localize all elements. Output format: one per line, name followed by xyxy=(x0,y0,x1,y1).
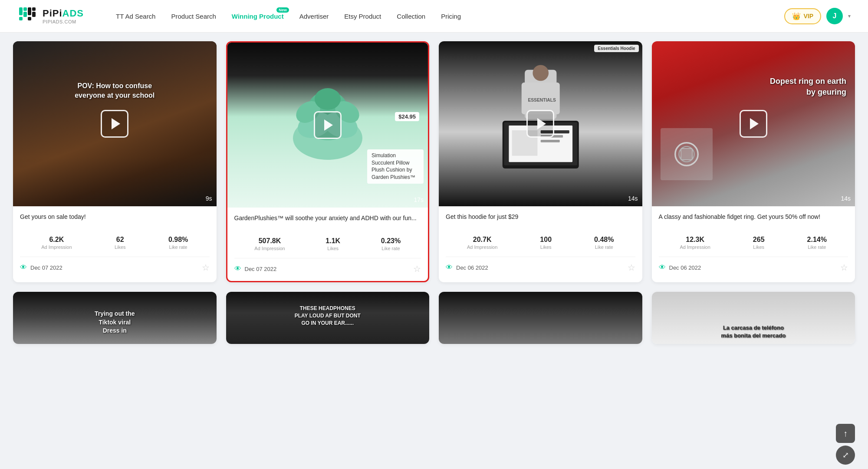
svg-rect-3 xyxy=(23,12,27,17)
card-thumbnail-b3[interactable] xyxy=(439,292,642,344)
card-thumbnail-3[interactable]: ESSENTIALS Essentials Hoodie 14s xyxy=(439,41,642,206)
header: PiPiADS PIPIADS.COM TT Ad Search Product… xyxy=(0,0,868,33)
eye-icon-3: 👁 xyxy=(446,264,453,271)
nav-winning-product[interactable]: Winning Product New xyxy=(226,9,290,23)
play-triangle-icon-4 xyxy=(750,118,759,129)
user-avatar[interactable]: J xyxy=(826,8,843,24)
date-4: Dec 06 2022 xyxy=(669,264,701,271)
headphones-caption: THESE HEADPHONESPLAY LOUD AF BUT DONTGO … xyxy=(236,305,419,327)
like-rate-label-2: Like rate xyxy=(381,246,401,251)
ad-impression-label-2: Ad Impression xyxy=(254,246,285,251)
svg-point-15 xyxy=(315,88,341,110)
product-label-2: Simulation Succulent Pillow Plush Cushio… xyxy=(367,149,424,184)
like-rate-value-4: 2.14% xyxy=(807,236,827,244)
like-rate-value-3: 0.48% xyxy=(594,236,614,244)
card-title-4: A classy and fashionable fidget ring. Ge… xyxy=(659,212,848,231)
ad-card-4: Dopest ring on earthby geuring 14s A cla… xyxy=(652,41,855,282)
ad-impression-value-4: 12.3K xyxy=(680,236,710,244)
card-thumbnail-b2[interactable]: THESE HEADPHONESPLAY LOUD AF BUT DONTGO … xyxy=(226,292,430,344)
nav-collection[interactable]: Collection xyxy=(391,9,431,23)
ad-card-b3 xyxy=(439,292,642,344)
vip-button[interactable]: 👑 VIP xyxy=(784,8,821,24)
card-title-3: Get this hoodie for just $29 xyxy=(446,212,635,231)
play-triangle-icon-3 xyxy=(537,118,546,129)
play-triangle-icon-2 xyxy=(324,119,333,131)
chevron-down-icon[interactable]: ▾ xyxy=(848,13,851,19)
like-rate-stat-3: 0.48% Like rate xyxy=(594,236,614,250)
likes-value-3: 100 xyxy=(540,236,552,244)
stats-row-2: 507.8K Ad Impression 1.1K Likes 0.23% Li… xyxy=(234,237,421,251)
eye-icon-4: 👁 xyxy=(659,264,666,271)
likes-label: Likes xyxy=(115,244,126,250)
nav-advertiser[interactable]: Advertiser xyxy=(293,9,335,23)
card-body-1: Get yours on sale today! 6.2K Ad Impress… xyxy=(13,206,217,280)
svg-text:ESSENTIALS: ESSENTIALS xyxy=(528,98,556,102)
tiktok-caption: Trying out theTiktok viralDress in xyxy=(95,310,135,335)
svg-rect-1 xyxy=(19,17,23,20)
card-grid: POV: How too confuseeveryone at your sch… xyxy=(13,41,855,282)
date-area-3: 👁 Dec 06 2022 xyxy=(446,264,488,271)
like-rate-stat-4: 2.14% Like rate xyxy=(807,236,827,250)
card-thumbnail-2[interactable]: $24.95 Simulation Succulent Pillow Plush… xyxy=(227,43,428,208)
likes-stat-4: 265 Likes xyxy=(753,236,765,250)
likes-value-2: 1.1K xyxy=(326,237,340,245)
ad-impression-value-1: 6.2K xyxy=(41,236,72,244)
card-thumbnail-b4[interactable]: La carcasa de teléfonomás bonita del mer… xyxy=(652,292,855,344)
eye-icon-2: 👁 xyxy=(234,265,241,273)
like-rate-label: Like rate xyxy=(168,244,188,250)
favorite-star-4[interactable]: ☆ xyxy=(840,262,848,273)
favorite-star-1[interactable]: ☆ xyxy=(202,262,210,273)
logo[interactable]: PiPiADS PIPIADS.COM xyxy=(17,6,84,26)
svg-rect-7 xyxy=(32,12,36,17)
date-3: Dec 06 2022 xyxy=(456,264,488,271)
svg-rect-0 xyxy=(19,7,23,15)
svg-point-24 xyxy=(533,65,549,81)
play-button-2[interactable] xyxy=(314,111,342,139)
ad-impression-value-3: 20.7K xyxy=(467,236,497,244)
main-nav: TT Ad Search Product Search Winning Prod… xyxy=(110,9,784,23)
nav-tt-ad-search[interactable]: TT Ad Search xyxy=(110,9,161,23)
like-rate-value-1: 0.98% xyxy=(168,236,188,244)
ad-card-b2: THESE HEADPHONESPLAY LOUD AF BUT DONTGO … xyxy=(226,292,430,344)
main-content: POV: How too confuseeveryone at your sch… xyxy=(0,33,868,353)
stats-row-4: 12.3K Ad Impression 265 Likes 2.14% Like… xyxy=(659,236,848,250)
ad-card-3: ESSENTIALS Essentials Hoodie 14s Get thi… xyxy=(439,41,642,282)
ad-card-2: $24.95 Simulation Succulent Pillow Plush… xyxy=(226,41,430,282)
favorite-star-2[interactable]: ☆ xyxy=(413,264,421,274)
duration-1: 9s xyxy=(206,195,212,202)
svg-rect-5 xyxy=(28,17,31,20)
logo-name: PiPiADS xyxy=(43,8,84,19)
card-thumbnail-b1[interactable]: Trying out theTiktok viralDress in xyxy=(13,292,217,344)
crown-icon: 👑 xyxy=(792,12,801,20)
nav-product-search[interactable]: Product Search xyxy=(165,9,222,23)
ad-card-b4: La carcasa de teléfonomás bonita del mer… xyxy=(652,292,855,344)
date-area-1: 👁 Dec 07 2022 xyxy=(20,264,62,271)
card-thumbnail-1[interactable]: POV: How too confuseeveryone at your sch… xyxy=(13,41,217,206)
card-title-1: Get yours on sale today! xyxy=(20,212,210,231)
likes-stat-1: 62 Likes xyxy=(115,236,126,250)
play-button-4[interactable] xyxy=(740,110,767,138)
nav-etsy-product[interactable]: Etsy Product xyxy=(338,9,387,23)
favorite-star-3[interactable]: ☆ xyxy=(628,262,635,273)
likes-stat-3: 100 Likes xyxy=(540,236,552,250)
ad-card-b1: Trying out theTiktok viralDress in xyxy=(13,292,217,344)
nav-pricing[interactable]: Pricing xyxy=(435,9,467,23)
logo-icon xyxy=(17,6,38,26)
likes-label-2: Likes xyxy=(326,246,340,251)
likes-value-4: 265 xyxy=(753,236,765,244)
card-thumbnail-4[interactable]: Dopest ring on earthby geuring 14s xyxy=(652,41,855,206)
header-right: 👑 VIP J ▾ xyxy=(784,8,851,24)
play-button-1[interactable] xyxy=(101,110,128,138)
likes-value-1: 62 xyxy=(115,236,126,244)
date-area-4: 👁 Dec 06 2022 xyxy=(659,264,701,271)
ring-graphic xyxy=(671,139,702,169)
new-badge: New xyxy=(276,7,289,13)
ad-card-1: POV: How too confuseeveryone at your sch… xyxy=(13,41,217,282)
date-1: Dec 07 2022 xyxy=(30,264,62,271)
svg-rect-22 xyxy=(540,140,559,142)
eye-icon-1: 👁 xyxy=(20,264,27,271)
duration-3: 14s xyxy=(628,195,638,202)
play-button-3[interactable] xyxy=(526,110,554,138)
likes-stat-2: 1.1K Likes xyxy=(326,237,340,251)
phone-case-caption: La carcasa de teléfonomás bonita del mer… xyxy=(662,324,845,340)
